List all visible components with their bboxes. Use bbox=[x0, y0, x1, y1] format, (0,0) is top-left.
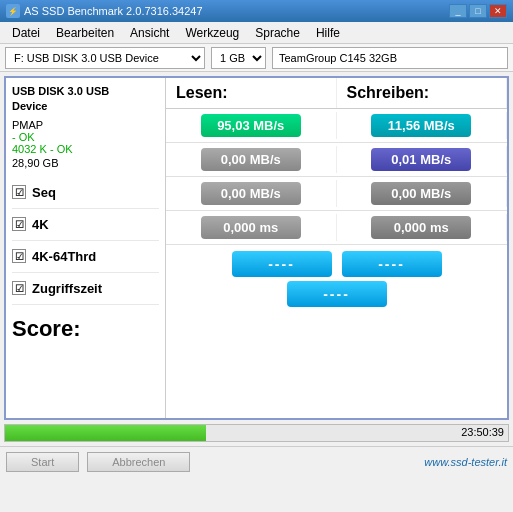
read-cell-zugriffszeit: 0,000 ms bbox=[166, 214, 337, 241]
read-cell-4k64: 0,00 MB/s bbox=[166, 180, 337, 207]
write-value-seq: 11,56 MB/s bbox=[371, 114, 471, 137]
drive-name-input[interactable] bbox=[272, 47, 508, 69]
write-cell-4k64: 0,00 MB/s bbox=[337, 180, 508, 207]
device-name-line1: USB DISK 3.0 USB bbox=[12, 85, 109, 97]
write-header: Schreiben: bbox=[337, 78, 508, 108]
status-ok1: - OK bbox=[12, 131, 159, 143]
website-link: www.ssd-tester.it bbox=[424, 456, 507, 468]
app-icon: ⚡ bbox=[6, 4, 20, 18]
size-select[interactable]: 1 GB bbox=[211, 47, 266, 69]
size-info: 28,90 GB bbox=[12, 157, 159, 169]
checkbox-4k64[interactable]: ☑ bbox=[12, 249, 26, 263]
read-value-zugriffszeit: 0,000 ms bbox=[201, 216, 301, 239]
read-header: Lesen: bbox=[166, 78, 337, 108]
bottom-bar: Start Abbrechen www.ssd-tester.it bbox=[0, 446, 513, 476]
close-button[interactable]: ✕ bbox=[489, 4, 507, 18]
menu-werkzeug[interactable]: Werkzeug bbox=[177, 24, 247, 42]
write-cell-zugriffszeit: 0,000 ms bbox=[337, 214, 508, 241]
progress-area: 23:50:39 bbox=[4, 424, 509, 442]
write-value-zugriffszeit: 0,000 ms bbox=[371, 216, 471, 239]
menu-ansicht[interactable]: Ansicht bbox=[122, 24, 177, 42]
pmap-label: PMAP bbox=[12, 119, 159, 131]
status-ok2: 4032 K - OK bbox=[12, 143, 159, 155]
read-cell-4k: 0,00 MB/s bbox=[166, 146, 337, 173]
progress-fill bbox=[5, 425, 206, 441]
checkbox-4k[interactable]: ☑ bbox=[12, 217, 26, 231]
write-cell-4k: 0,01 MB/s bbox=[337, 146, 508, 173]
read-cell-seq: 95,03 MB/s bbox=[166, 112, 337, 139]
left-panel: USB DISK 3.0 USB Device PMAP - OK 4032 K… bbox=[6, 78, 166, 418]
device-name-line2: Device bbox=[12, 100, 47, 112]
score-top-row: ---- ---- bbox=[232, 251, 442, 277]
minimize-button[interactable]: _ bbox=[449, 4, 467, 18]
bench-labels: ☑ Seq ☑ 4K ☑ 4K-64Thrd ☑ Zugriffszeit bbox=[12, 177, 159, 305]
write-value-4k64: 0,00 MB/s bbox=[371, 182, 471, 205]
read-value-4k: 0,00 MB/s bbox=[201, 148, 301, 171]
title-bar-text: AS SSD Benchmark 2.0.7316.34247 bbox=[24, 5, 203, 17]
right-panel: Lesen: Schreiben: 95,03 MB/s 11,56 MB/s bbox=[166, 78, 507, 418]
title-bar: ⚡ AS SSD Benchmark 2.0.7316.34247 _ □ ✕ bbox=[0, 0, 513, 22]
checkbox-zugriffszeit[interactable]: ☑ bbox=[12, 281, 26, 295]
read-value-seq: 95,03 MB/s bbox=[201, 114, 301, 137]
read-score-btn: ---- bbox=[232, 251, 332, 277]
bench-row-zugriffszeit: ☑ Zugriffszeit bbox=[12, 273, 159, 305]
score-label: Score: bbox=[12, 316, 80, 342]
col-headers: Lesen: Schreiben: bbox=[166, 78, 507, 109]
data-row-4k64: 0,00 MB/s 0,00 MB/s bbox=[166, 177, 507, 211]
bench-label-seq: Seq bbox=[32, 185, 56, 200]
start-button[interactable]: Start bbox=[6, 452, 79, 472]
bench-label-4k64: 4K-64Thrd bbox=[32, 249, 96, 264]
data-row-4k: 0,00 MB/s 0,01 MB/s bbox=[166, 143, 507, 177]
data-rows: 95,03 MB/s 11,56 MB/s 0,00 MB/s 0,01 MB/… bbox=[166, 109, 507, 245]
write-score-btn: ---- bbox=[342, 251, 442, 277]
score-row-left: Score: bbox=[12, 309, 159, 349]
progress-time: 23:50:39 bbox=[461, 426, 504, 438]
bench-label-zugriffszeit: Zugriffszeit bbox=[32, 281, 102, 296]
write-value-4k: 0,01 MB/s bbox=[371, 148, 471, 171]
bench-row-4k64: ☑ 4K-64Thrd bbox=[12, 241, 159, 273]
maximize-button[interactable]: □ bbox=[469, 4, 487, 18]
bench-row-seq: ☑ Seq bbox=[12, 177, 159, 209]
menu-sprache[interactable]: Sprache bbox=[247, 24, 308, 42]
checkbox-seq[interactable]: ☑ bbox=[12, 185, 26, 199]
window-controls: _ □ ✕ bbox=[449, 4, 507, 18]
drive-select[interactable]: F: USB DISK 3.0 USB Device bbox=[5, 47, 205, 69]
toolbar: F: USB DISK 3.0 USB Device 1 GB bbox=[0, 44, 513, 72]
menu-bearbeiten[interactable]: Bearbeiten bbox=[48, 24, 122, 42]
menu-bar: Datei Bearbeiten Ansicht Werkzeug Sprach… bbox=[0, 22, 513, 44]
bench-row-4k: ☑ 4K bbox=[12, 209, 159, 241]
menu-datei[interactable]: Datei bbox=[4, 24, 48, 42]
menu-hilfe[interactable]: Hilfe bbox=[308, 24, 348, 42]
bench-label-4k: 4K bbox=[32, 217, 49, 232]
data-row-zugriffszeit: 0,000 ms 0,000 ms bbox=[166, 211, 507, 245]
total-score-btn: ---- bbox=[287, 281, 387, 307]
score-display: ---- ---- ---- bbox=[166, 245, 507, 313]
read-value-4k64: 0,00 MB/s bbox=[201, 182, 301, 205]
cancel-button[interactable]: Abbrechen bbox=[87, 452, 190, 472]
write-cell-seq: 11,56 MB/s bbox=[337, 112, 508, 139]
data-row-seq: 95,03 MB/s 11,56 MB/s bbox=[166, 109, 507, 143]
